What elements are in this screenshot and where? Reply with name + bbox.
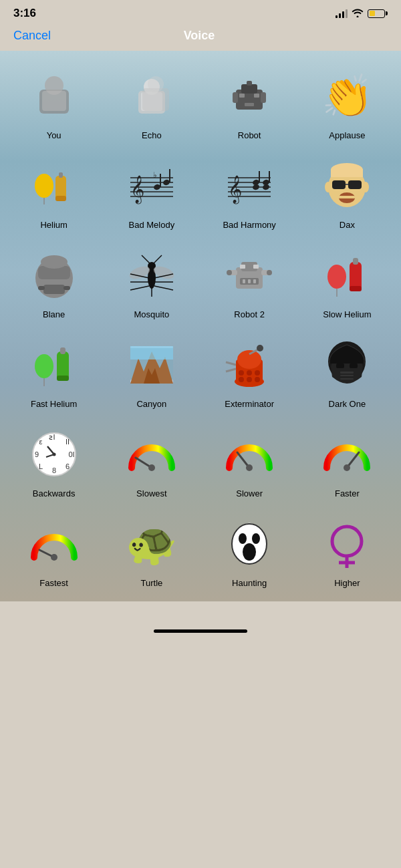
voice-item-faster[interactable]: Faster (300, 419, 394, 505)
backwards-icon: ƨI II 0I 6 8 L 9 ε (24, 424, 84, 484)
slower-gauge-icon (219, 424, 279, 484)
voice-item-fastest[interactable]: Fastest (7, 509, 101, 595)
nav-bar: Cancel Voice (0, 23, 401, 51)
canyon-label: Canyon (136, 399, 166, 409)
signal-icon (336, 9, 348, 18)
svg-point-137 (344, 464, 350, 471)
svg-rect-90 (353, 258, 358, 265)
wifi-icon (352, 8, 364, 19)
voice-item-backwards[interactable]: ƨI II 0I 6 8 L 9 ε Backwards (7, 419, 101, 505)
svg-point-103 (237, 350, 261, 369)
svg-rect-119 (340, 378, 354, 380)
svg-rect-57 (43, 285, 65, 294)
voice-item-exterminator[interactable]: Exterminator (203, 329, 297, 416)
voice-item-canyon[interactable]: Canyon (104, 329, 198, 416)
voice-item-blane[interactable]: Blane (7, 240, 101, 326)
voice-item-turtle[interactable]: 🐢 Turtle (104, 509, 198, 595)
turtle-label: Turtle (141, 578, 163, 588)
helium-label: Helium (40, 220, 67, 230)
voice-item-slowest[interactable]: Slowest (104, 419, 198, 505)
voice-item-fast-helium[interactable]: Fast Helium (7, 329, 101, 416)
svg-line-112 (226, 362, 236, 365)
dark-one-icon (317, 335, 377, 395)
svg-rect-81 (240, 265, 245, 269)
bad-melody-icon: 𝄞 ♭ (122, 156, 182, 216)
haunting-label: Haunting (232, 578, 267, 588)
svg-rect-85 (248, 279, 251, 283)
svg-rect-117 (340, 372, 354, 374)
voice-item-mosquito[interactable]: Mosquito (104, 240, 198, 326)
svg-rect-15 (247, 81, 252, 86)
svg-point-133 (148, 464, 155, 471)
voice-item-robot[interactable]: Robot (203, 61, 297, 147)
voice-item-dark-one[interactable]: Dark One (300, 329, 394, 416)
svg-point-79 (227, 270, 232, 275)
bad-harmony-label: Bad Harmony (223, 220, 275, 230)
slowest-label: Slowest (136, 488, 167, 498)
voice-item-applause[interactable]: 👏 Applause (300, 61, 394, 147)
voice-item-echo[interactable]: Echo (104, 61, 198, 147)
svg-rect-9 (241, 84, 257, 94)
svg-rect-10 (233, 92, 238, 103)
slow-helium-label: Slow Helium (323, 309, 371, 319)
svg-rect-12 (239, 94, 245, 98)
svg-rect-49 (339, 196, 355, 198)
svg-rect-13 (254, 94, 259, 98)
status-bar: 3:16 (0, 0, 401, 23)
voice-item-you[interactable]: You (7, 61, 101, 147)
turtle-icon: 🐢 (122, 514, 182, 574)
home-bar (154, 629, 247, 633)
voice-grid-area: You Echo (0, 51, 401, 601)
svg-text:8: 8 (52, 466, 56, 474)
voice-item-bad-harmony[interactable]: 𝄞 Bad Harmony (203, 150, 297, 237)
svg-line-73 (142, 255, 150, 263)
svg-line-74 (154, 255, 162, 263)
svg-point-61 (41, 255, 68, 269)
svg-rect-58 (38, 286, 45, 290)
svg-point-139 (51, 554, 57, 561)
slowest-gauge-icon (122, 424, 182, 484)
svg-point-146 (332, 527, 362, 556)
voice-item-haunting[interactable]: Haunting (203, 509, 297, 595)
voice-item-robot2[interactable]: Robot 2 (203, 240, 297, 326)
voice-item-bad-melody[interactable]: 𝄞 ♭ Bad Melody (104, 150, 198, 237)
status-icons (336, 8, 388, 19)
voice-item-helium[interactable]: Helium (7, 150, 101, 237)
svg-point-135 (246, 464, 253, 471)
echo-label: Echo (142, 130, 162, 140)
you-label: You (47, 130, 61, 140)
svg-text:II: II (65, 438, 70, 446)
slow-helium-icon (317, 245, 377, 305)
robot2-icon (219, 245, 279, 305)
mosquito-icon (122, 245, 182, 305)
svg-rect-11 (261, 92, 266, 103)
svg-text:𝄞: 𝄞 (130, 175, 144, 204)
mosquito-label: Mosquito (134, 309, 170, 319)
exterminator-label: Exterminator (225, 399, 274, 409)
svg-line-72 (154, 286, 173, 290)
svg-text:L: L (39, 462, 43, 470)
voice-item-higher[interactable]: Higher (300, 509, 394, 595)
home-indicator-area (0, 621, 401, 638)
robot-label: Robot (238, 130, 261, 140)
voice-item-slower[interactable]: Slower (203, 419, 297, 505)
svg-point-144 (243, 543, 256, 561)
svg-rect-115 (336, 364, 344, 368)
svg-text:9: 9 (35, 450, 39, 458)
svg-point-107 (247, 370, 252, 376)
faster-label: Faster (335, 488, 360, 498)
page-title: Voice (184, 29, 215, 43)
haunting-icon (219, 514, 279, 574)
voice-item-slow-helium[interactable]: Slow Helium (300, 240, 394, 326)
svg-text:ƨI: ƨI (49, 433, 55, 441)
svg-rect-96 (57, 376, 69, 381)
svg-rect-46 (348, 180, 362, 189)
blane-icon (24, 245, 84, 305)
svg-rect-82 (253, 265, 259, 269)
svg-point-80 (267, 270, 272, 275)
svg-point-53 (362, 182, 369, 192)
backwards-label: Backwards (33, 488, 76, 498)
you-icon (24, 66, 84, 126)
cancel-button[interactable]: Cancel (13, 29, 51, 43)
voice-item-dax[interactable]: Dax (300, 150, 394, 237)
